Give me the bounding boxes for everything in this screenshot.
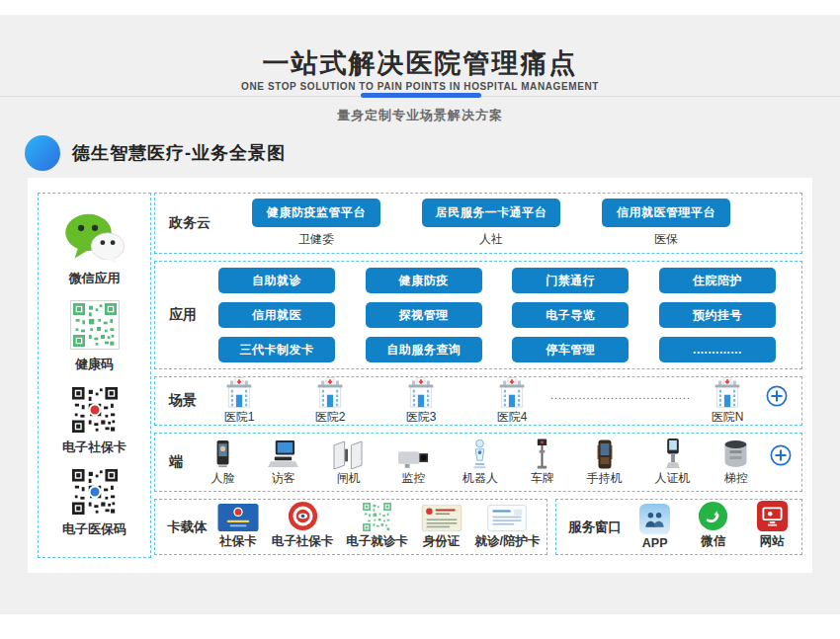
license-plate-camera-icon	[535, 439, 549, 469]
agency-label: 卫健委	[298, 231, 334, 248]
e-social-security-badge-icon	[288, 501, 318, 531]
qr-center-badge	[88, 485, 101, 498]
hospital-item: 医院3	[388, 377, 454, 426]
app-button-more[interactable]: .............	[659, 337, 776, 362]
row-label: 政务云	[155, 214, 210, 232]
channel-item[interactable]: 网站	[757, 500, 788, 550]
app-button[interactable]: 信用就医	[218, 302, 335, 328]
card-item: 身份证	[421, 500, 462, 550]
device-item: 闸机	[332, 438, 365, 487]
id-verification-kiosk-icon	[664, 439, 682, 469]
sidebar-item-label: 健康码	[75, 356, 114, 373]
plus-circle-icon	[766, 385, 788, 407]
robot-icon	[470, 439, 489, 469]
sidebar-item-label: 电子社保卡	[62, 439, 126, 456]
device-label: 机器人	[462, 470, 498, 487]
card-item: 就诊/陪护卡	[475, 500, 541, 550]
sidebar-item-wechat-app: 微信应用	[64, 212, 126, 287]
page-subtitle: ONE STOP SOLUTION TO PAIN POINTS IN HOSP…	[0, 81, 840, 92]
service-window-box: 服务窗口 APP	[555, 499, 802, 555]
app-button[interactable]: 预约挂号	[659, 302, 776, 328]
card-label: 电子就诊卡	[346, 533, 408, 550]
app-button[interactable]: 自助就诊	[218, 268, 335, 293]
row-gov-cloud: 政务云 健康防疫监管平台 卫健委 居民服务一卡通平台 人社 信用就医管理平台 医…	[154, 193, 802, 254]
device-label: 手持机	[587, 470, 623, 487]
diagram-panel: 微信应用 健康码	[28, 178, 812, 573]
hospital-item: 医院2	[297, 377, 363, 426]
device-item: 人脸	[210, 438, 234, 487]
row-label: 端	[155, 453, 195, 471]
row-label: 应用	[155, 306, 210, 324]
hospital-item: 医院4	[479, 377, 545, 426]
title-underline	[361, 93, 481, 98]
card-carriers-box: 卡载体 社保卡	[154, 499, 547, 555]
app-button[interactable]: 门禁通行	[512, 268, 629, 293]
app-button[interactable]: 自助服务查询	[366, 337, 482, 362]
page: 一站式解决医院管理痛点 ONE STOP SOLUTION TO PAIN PO…	[0, 0, 840, 639]
hospital-label: 医院1	[224, 409, 255, 426]
device-label: 闸机	[337, 470, 361, 487]
channel-item[interactable]: APP	[639, 503, 670, 550]
channel-label: APP	[642, 536, 668, 550]
row-applications: 应用 自助就诊 健康防疫 门禁通行 住院陪护 信用就医 探视管理 电子导览 预约…	[154, 261, 802, 369]
agency-label: 人社	[479, 231, 503, 248]
app-button[interactable]: 探视管理	[366, 302, 482, 328]
platform-group: 健康防疫监管平台 卫健委	[252, 199, 380, 248]
plus-circle-icon	[770, 444, 792, 466]
row-terminals: 端 人脸	[154, 433, 802, 492]
page-tagline: 量身定制专业场景解决方案	[0, 107, 840, 124]
cctv-camera-icon	[397, 447, 430, 469]
hospital-item-n: 医院N	[695, 377, 760, 426]
row-label: 场景	[155, 392, 207, 410]
card-label: 就诊/陪护卡	[475, 533, 541, 550]
sidebar-item-e-social-security: 电子社保卡	[62, 387, 126, 456]
platform-button[interactable]: 信用就医管理平台	[602, 199, 730, 227]
device-label: 人证机	[655, 470, 691, 487]
agency-label: 医保	[654, 231, 678, 248]
app-button[interactable]: 停车管理	[512, 337, 629, 362]
sidebar-item-label: 电子医保码	[62, 520, 126, 538]
app-button[interactable]: 三代卡制发卡	[218, 337, 335, 362]
visitor-terminal-icon	[267, 440, 299, 469]
add-scenario-button[interactable]	[766, 385, 788, 407]
face-terminal-icon	[214, 439, 231, 469]
device-item: 梯控	[722, 438, 749, 487]
channel-item[interactable]: 微信	[698, 500, 728, 550]
platform-button[interactable]: 健康防疫监管平台	[252, 199, 380, 227]
row-carriers-services: 卡载体 社保卡	[154, 499, 802, 555]
sidebar-item-health-code: 健康码	[70, 300, 120, 373]
scenario-ellipsis: ........................................…	[550, 389, 689, 401]
health-code-qr-icon	[73, 303, 117, 347]
device-label: 监控	[402, 470, 426, 487]
app-button[interactable]: 电子导览	[512, 302, 629, 328]
section-bullet-icon	[25, 135, 60, 171]
hospital-icon	[314, 377, 346, 408]
card-item: 电子就诊卡	[346, 500, 408, 550]
hospital-icon	[405, 377, 437, 408]
row-label: 卡载体	[155, 519, 211, 536]
hospital-label: 医院2	[315, 409, 346, 426]
hospital-label: 医院4	[497, 409, 528, 426]
sidebar: 微信应用 健康码	[38, 193, 151, 558]
website-icon	[757, 501, 788, 531]
device-item: 人证机	[655, 438, 691, 487]
device-label: 梯控	[724, 470, 748, 487]
device-item: 机器人	[462, 438, 498, 487]
platform-group: 信用就医管理平台 医保	[602, 199, 730, 248]
card-label: 电子社保卡	[272, 533, 334, 550]
app-button[interactable]: 健康防疫	[366, 268, 482, 293]
sidebar-item-e-medical-insurance: 电子医保码	[62, 469, 126, 538]
page-title: 一站式解决医院管理痛点	[0, 45, 840, 81]
device-item: 手持机	[587, 438, 623, 487]
gate-icon	[332, 440, 365, 469]
app-button[interactable]: 住院陪护	[659, 268, 776, 293]
qr-center-badge	[88, 403, 101, 416]
id-card-icon	[421, 505, 462, 531]
section-header: 德生智慧医疗-业务全景图	[25, 135, 286, 171]
card-item: 社保卡	[217, 500, 259, 550]
sidebar-item-label: 微信应用	[69, 270, 121, 287]
platform-button[interactable]: 居民服务一卡通平台	[422, 199, 561, 227]
visit-escort-card-icon	[486, 505, 528, 531]
card-item: 电子社保卡	[272, 500, 334, 550]
add-terminal-button[interactable]	[770, 444, 792, 466]
